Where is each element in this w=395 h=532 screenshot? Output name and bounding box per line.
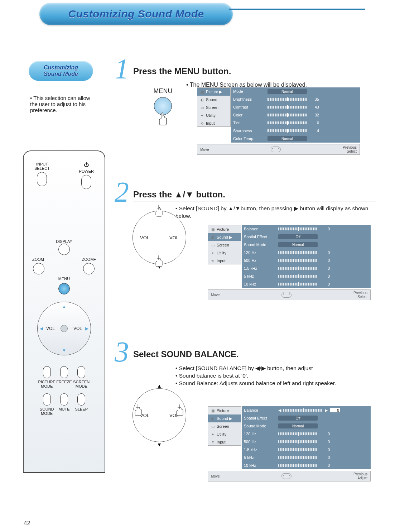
osd-row: 1.5 kHz0 xyxy=(242,446,371,454)
osd-row: Spatial EffectOff xyxy=(242,414,371,422)
step-3: 3 Select SOUND BALANCE. • Select [SOUND … xyxy=(115,342,376,387)
sound-mode-button[interactable] xyxy=(43,393,51,406)
osd-slider xyxy=(268,106,307,109)
sleep-label: SLEEP xyxy=(75,407,88,411)
osd-row: Brightness35 xyxy=(231,95,360,103)
osd-side-item: ▭Screen xyxy=(208,422,241,430)
menu-category-icon: ⟲ xyxy=(210,258,215,263)
sleep-button[interactable] xyxy=(77,393,85,406)
osd-value-pill: Off xyxy=(278,416,318,421)
osd-row: Balance◀▶0 xyxy=(242,406,371,414)
osd-side-item: ▦Picture xyxy=(208,225,241,233)
hand-press-icon xyxy=(154,254,165,268)
osd-side-item: ⟲Input xyxy=(208,257,241,265)
input-select-button[interactable] xyxy=(37,172,47,186)
power-icon: ⏻ xyxy=(84,162,89,168)
osd-side-item: ⟲Input xyxy=(197,119,230,127)
menu-button[interactable] xyxy=(58,283,70,294)
osd-slider xyxy=(268,98,307,101)
menu-category-icon: ▦ xyxy=(199,89,204,94)
step-3-title: Select SOUND BALANCE. xyxy=(133,349,376,361)
freeze-button[interactable] xyxy=(60,366,68,378)
osd-value-pill: Normal xyxy=(278,242,318,247)
hand-press-icon xyxy=(154,204,165,218)
chapter-desc: • This selection can allow the user to a… xyxy=(30,95,95,113)
step-3-dpad-illustration: ▲ ▼ VOL VOL xyxy=(133,388,186,442)
osd-side-item: ✦Utility xyxy=(197,111,230,119)
vol-right-label: VOL xyxy=(73,326,82,331)
vol-left-label: VOL xyxy=(140,235,149,240)
osd-row: 120 Hz0 xyxy=(242,249,371,257)
zoom-minus-button[interactable] xyxy=(33,263,44,274)
osd-footer: MovePreviousSelect xyxy=(197,144,360,155)
osd-row: 10 kHz0 xyxy=(242,280,371,288)
osd-menu-3: ▦Picture◐Sound ▶▭Screen✦Utility⟲InputBal… xyxy=(208,406,372,485)
nav-joystick-icon xyxy=(271,147,281,152)
hand-press-icon xyxy=(158,111,168,126)
osd-footer: MovePreviousSelect xyxy=(208,289,371,300)
osd-row: 120 Hz0 xyxy=(242,430,371,438)
mute-button[interactable] xyxy=(60,393,68,406)
menu-category-icon: ▭ xyxy=(199,105,204,110)
osd-slider xyxy=(278,275,318,278)
step-2-number: 2 xyxy=(115,182,129,202)
step-2: 2 Press the ▲/▼ button. • Select [SOUND]… xyxy=(115,182,376,220)
osd-value-pill: Normal xyxy=(268,136,307,141)
osd-row: 5 kHz0 xyxy=(242,272,371,280)
title-divider xyxy=(229,9,365,10)
osd-side-item: ▭Screen xyxy=(197,104,230,111)
osd-row: Balance0 xyxy=(242,225,371,233)
osd-row: 5 kHz0 xyxy=(242,454,371,461)
zoom-minus-label: ZOOM- xyxy=(32,257,45,262)
display-button[interactable] xyxy=(58,244,70,255)
nav-joystick-icon xyxy=(281,473,292,479)
osd-slider xyxy=(278,259,318,262)
chapter-line1: Customizing xyxy=(44,64,78,71)
osd-value-pill: Normal xyxy=(268,89,307,94)
osd-side-item: ◐Sound ▶ xyxy=(208,414,241,422)
step-1-title: Press the MENU button. xyxy=(133,66,376,78)
osd-row: Sharpness4 xyxy=(231,127,360,135)
dpad[interactable]: ▲ ▼ ◀ ▶ VOL VOL xyxy=(37,302,91,355)
step-1-menu-illustration: MENU xyxy=(140,87,186,127)
osd-slider xyxy=(278,432,318,435)
osd-slider xyxy=(283,409,323,412)
osd-slider xyxy=(278,267,318,270)
page-title: Customizing Sound Mode xyxy=(68,8,204,20)
osd-slider xyxy=(268,114,307,116)
step-3-number: 3 xyxy=(115,342,129,362)
hand-press-icon xyxy=(175,403,186,417)
chevron-right-icon: ▶ xyxy=(85,326,88,331)
dpad-center-button[interactable] xyxy=(61,325,68,332)
osd-slider xyxy=(268,121,307,124)
zoom-plus-label: ZOOM+ xyxy=(82,257,96,262)
osd-row: Color Temp.Normal xyxy=(231,135,360,143)
osd-row: Spatial EffectOff xyxy=(242,233,371,241)
picture-mode-button[interactable] xyxy=(43,366,51,378)
menu-category-icon: ⟲ xyxy=(199,121,204,126)
step-3-desc: • Select [SOUND BALANCE] by ◀/▶ button, … xyxy=(175,365,376,387)
screen-mode-label: SCREEN MODE xyxy=(73,380,90,388)
osd-side-item: ▦Picture xyxy=(208,407,241,414)
osd-row: 500 Hz0 xyxy=(242,438,371,446)
zoom-plus-button[interactable] xyxy=(83,263,95,274)
osd-footer: MovePreviousAdjust xyxy=(208,471,371,481)
osd-slider xyxy=(278,456,318,459)
menu-label: MENU xyxy=(58,277,70,281)
osd-slider xyxy=(278,227,318,230)
chevron-down-icon: ▼ xyxy=(157,442,162,447)
page-number: 42 xyxy=(24,520,30,527)
input-select-label: INPUT SELECT xyxy=(34,162,50,171)
step-1: 1 Press the MENU button. • The MENU Scre… xyxy=(115,59,376,88)
osd-row: 10 kHz0 xyxy=(242,461,371,469)
hand-press-icon xyxy=(134,403,144,417)
chevron-up-icon: ▲ xyxy=(62,304,66,309)
menu-category-icon: ▦ xyxy=(210,408,215,413)
power-label: POWER xyxy=(79,169,94,173)
menu-category-icon: ◐ xyxy=(210,235,215,240)
step-2-desc: • Select [SOUND] by ▲/▼button, then pres… xyxy=(175,205,376,220)
step-2-dpad-illustration: ▲ ▼ VOL VOL xyxy=(133,211,186,264)
menu-category-icon: ✦ xyxy=(210,250,215,255)
screen-mode-button[interactable] xyxy=(77,366,85,378)
power-button[interactable] xyxy=(81,175,91,189)
